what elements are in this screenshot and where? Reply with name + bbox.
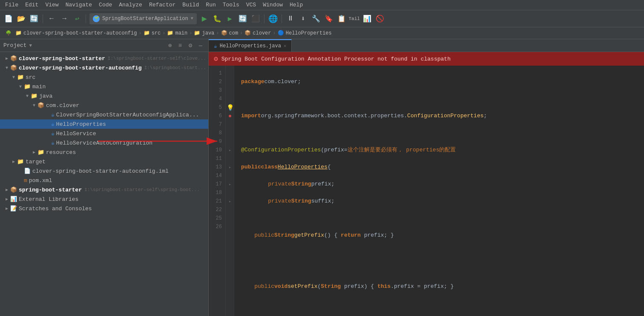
stop-button[interactable]: ⬛ bbox=[250, 14, 261, 24]
menu-window[interactable]: Window bbox=[260, 1, 285, 9]
breadcrumb-com[interactable]: 📦 com bbox=[221, 30, 239, 36]
fold-17[interactable]: ▸ bbox=[229, 182, 231, 187]
menu-build[interactable]: Build bbox=[180, 1, 201, 9]
tree-item-hello-autoconfig[interactable]: ▶ ☕ HelloServiceAutoConfiguration bbox=[0, 138, 208, 148]
menu-refactor[interactable]: Refactor bbox=[147, 1, 178, 9]
tab-close-button[interactable]: ✕ bbox=[284, 43, 287, 49]
breadcrumb-main[interactable]: 📁 main bbox=[167, 30, 187, 36]
fold-13[interactable]: ▸ bbox=[229, 165, 231, 170]
line-num-1: 1 bbox=[209, 69, 222, 78]
tree-item-iml[interactable]: ▶ 📄 clover-spring-boot-starter-autoconfi… bbox=[0, 166, 208, 176]
open-button[interactable]: 📂 bbox=[16, 14, 26, 24]
sync-button[interactable]: 🔄 bbox=[29, 14, 39, 24]
menu-vcs[interactable]: VCS bbox=[244, 1, 259, 9]
fold-21[interactable]: ▸ bbox=[229, 199, 231, 204]
tree-item-pom[interactable]: ▶ m pom.xml bbox=[0, 176, 208, 185]
forward-button[interactable]: → bbox=[59, 14, 69, 24]
toolbar-sep-4 bbox=[282, 14, 282, 23]
editor-tab-hello-props[interactable]: ☕ HelloProperties.java ✕ bbox=[209, 39, 292, 52]
copy-button[interactable]: 📋 bbox=[336, 14, 347, 24]
tree-item-ext-libs[interactable]: ▶ 📊 External Libraries bbox=[0, 194, 208, 204]
breadcrumb-src[interactable]: 📁 src bbox=[144, 30, 161, 36]
tree-item-hello-service[interactable]: ▶ ☕ HelloService bbox=[0, 129, 208, 138]
breadcrumb-class[interactable]: 🔵 HelloProperties bbox=[278, 30, 332, 36]
breadcrumb-sep-5: › bbox=[240, 30, 243, 36]
line-num-14: 17 bbox=[209, 180, 222, 188]
breadcrumb-class-label: HelloProperties bbox=[286, 30, 332, 36]
step-over-button[interactable]: ⬇ bbox=[298, 14, 308, 24]
menu-analyze[interactable]: Analyze bbox=[116, 1, 145, 9]
tree-item-clover-starter[interactable]: ▶ 📦 clover-spring-boot-starter I:\spring… bbox=[0, 54, 208, 63]
menu-code[interactable]: Code bbox=[96, 1, 115, 9]
menu-view[interactable]: View bbox=[43, 1, 61, 9]
menu-file[interactable]: File bbox=[3, 1, 21, 9]
gutter-25 bbox=[227, 214, 233, 223]
code-line-7: private String prefix; bbox=[241, 180, 637, 188]
bookmark-button[interactable]: 🔖 bbox=[324, 14, 334, 24]
folder-icon-target: 📁 bbox=[17, 158, 24, 165]
tree-label-scratches: Scratches and Consoles bbox=[19, 206, 92, 212]
menu-navigate[interactable]: Navigate bbox=[63, 1, 95, 9]
code-line-2 bbox=[241, 95, 637, 103]
folder-icon-java: 📁 bbox=[31, 93, 37, 99]
pause-button[interactable]: ⏸ bbox=[285, 14, 296, 24]
metrics-button[interactable]: 📊 bbox=[362, 14, 372, 24]
line-num-6: 6 bbox=[209, 112, 222, 120]
debug-button[interactable]: 🐛 bbox=[212, 14, 222, 24]
tree-item-java[interactable]: ▼ 📁 java bbox=[0, 91, 208, 101]
menu-edit[interactable]: Edit bbox=[23, 1, 41, 9]
back-button[interactable]: ← bbox=[46, 14, 57, 24]
tree-label-resources: resources bbox=[46, 149, 76, 156]
tree-item-scratches[interactable]: ▶ 📝 Scratches and Consoles bbox=[0, 204, 208, 213]
tree-item-target[interactable]: ▶ 📁 target bbox=[0, 157, 208, 166]
tree-item-com-clover[interactable]: ▼ 📦 com.clover bbox=[0, 101, 208, 110]
java-file-icon-hello-autoconfig: ☕ bbox=[51, 139, 55, 146]
new-file-button[interactable]: 📄 bbox=[3, 14, 14, 24]
coverage-button[interactable]: ▶ bbox=[225, 14, 235, 24]
tree-item-autoconfig[interactable]: ▼ 📦 clover-spring-boot-starter-autoconfi… bbox=[0, 63, 208, 72]
tree-item-spring-boot-starter[interactable]: ▶ 📦 spring-boot-starter I:\springboot-st… bbox=[0, 185, 208, 194]
tree-item-main[interactable]: ▼ 📁 main bbox=[0, 82, 208, 91]
gutter-21: ▸ bbox=[227, 197, 233, 206]
tree-item-clover-app[interactable]: ▶ ☕ CloverSpringBootStarterAutoconfigApp… bbox=[0, 110, 208, 119]
sidebar-actions: ⊕ ≡ ⚙ — bbox=[166, 41, 205, 50]
breadcrumb-src-label: src bbox=[152, 30, 161, 36]
gutter-10: ▸ bbox=[227, 146, 233, 154]
sidebar-title-label: Project bbox=[3, 42, 27, 49]
wrench-button[interactable]: 🔧 bbox=[311, 14, 321, 24]
tree-item-src[interactable]: ▼ 📁 src bbox=[0, 72, 208, 82]
tree-item-resources[interactable]: ▶ 📁 resources bbox=[0, 148, 208, 157]
line-num-10: 10 bbox=[209, 146, 222, 154]
tree-label-pom: pom.xml bbox=[29, 177, 52, 184]
menu-run[interactable]: Run bbox=[203, 1, 218, 9]
cancel-button[interactable]: 🚫 bbox=[375, 14, 385, 24]
fold-10[interactable]: ▸ bbox=[229, 148, 231, 153]
breadcrumb-java[interactable]: 📁 java bbox=[194, 30, 214, 36]
code-editor: 1 2 3 4 5 6 7 8 9 10 11 13 14 17 18 21 2… bbox=[209, 66, 644, 316]
globe-button[interactable]: 🌐 bbox=[268, 14, 278, 24]
profile-button[interactable]: 🔄 bbox=[238, 14, 248, 24]
tree-label-hello-props: HelloProperties bbox=[56, 121, 106, 128]
hide-panel-button[interactable]: — bbox=[196, 41, 205, 50]
line-num-16: 21 bbox=[209, 197, 222, 206]
code-line-9 bbox=[241, 214, 637, 223]
breadcrumb-clover[interactable]: 📦 clover bbox=[244, 30, 271, 36]
run-config-selector[interactable]: 🌱 SpringBootStarterApplication ▼ bbox=[89, 13, 197, 24]
sidebar-dropdown-arrow[interactable]: ▼ bbox=[29, 43, 32, 48]
java-file-icon-app: ☕ bbox=[51, 111, 55, 118]
code-content[interactable]: package com.clover; import org.springfra… bbox=[234, 66, 644, 316]
undo-button[interactable]: ↩ bbox=[72, 14, 82, 24]
sidebar-header: Project ▼ ⊕ ≡ ⚙ — bbox=[0, 39, 208, 52]
settings-button[interactable]: ⚙ bbox=[186, 41, 195, 50]
tree-path-sbs: I:\springboot-starter-self\spring-boot..… bbox=[84, 187, 200, 192]
breadcrumb-root[interactable]: 📁 clover-spring-boot-starter-autoconfig bbox=[15, 30, 137, 36]
collapse-all-button[interactable]: ≡ bbox=[176, 41, 184, 50]
tail-label-btn[interactable]: Tail bbox=[349, 14, 359, 24]
bulb-icon[interactable]: 💡 bbox=[227, 104, 234, 111]
menu-tools[interactable]: Tools bbox=[220, 1, 242, 9]
menu-help[interactable]: Help bbox=[287, 1, 305, 9]
locate-file-button[interactable]: ⊕ bbox=[166, 41, 174, 50]
run-button[interactable]: ▶ bbox=[199, 14, 210, 24]
tree-label-hello-service: HelloService bbox=[56, 130, 96, 137]
tree-item-hello-props[interactable]: ▶ ☕ HelloProperties bbox=[0, 119, 208, 129]
